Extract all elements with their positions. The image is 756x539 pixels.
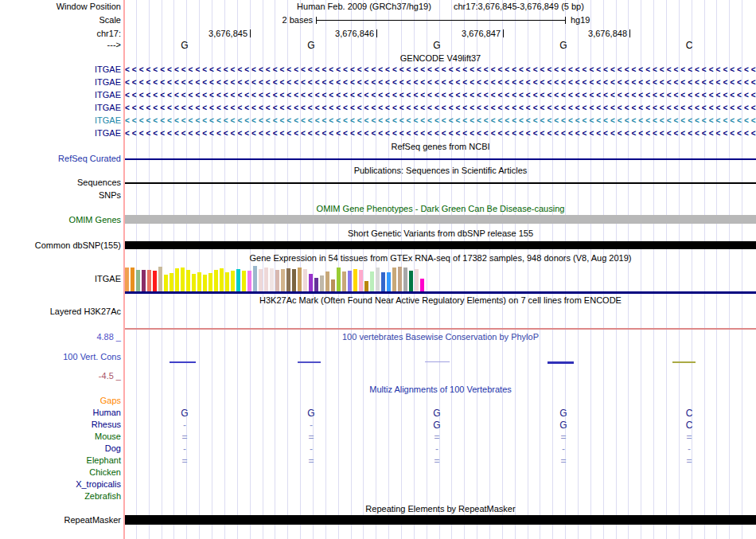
- multiz-species-chicken[interactable]: Chicken: [89, 467, 121, 478]
- gtex-tissue-bar[interactable]: [387, 272, 391, 291]
- gtex-tissue-bar[interactable]: [292, 269, 296, 291]
- cons-score-mark[interactable]: [170, 361, 196, 363]
- gtex-tissue-bar[interactable]: [325, 271, 329, 291]
- gtex-tissue-bar[interactable]: [281, 269, 285, 291]
- gtex-tissue-bar[interactable]: [208, 273, 212, 291]
- gtex-tissue-bar[interactable]: [320, 275, 324, 291]
- gtex-baseline[interactable]: [125, 291, 756, 294]
- gtex-tissue-bar[interactable]: [381, 272, 385, 291]
- multiz-gap-symbol[interactable]: =: [683, 432, 696, 443]
- gtex-tissue-bar[interactable]: [392, 268, 396, 291]
- gtex-tissue-bar[interactable]: [236, 269, 240, 291]
- multiz-gap-symbol[interactable]: =: [305, 432, 318, 443]
- multiz-species-dog[interactable]: Dog: [105, 443, 121, 454]
- multiz-gap-symbol[interactable]: =: [178, 455, 191, 467]
- gtex-tissue-bar[interactable]: [370, 271, 374, 291]
- gtex-tissue-bar[interactable]: [420, 279, 424, 291]
- cons-score-mark[interactable]: [425, 361, 450, 362]
- gtex-gene-label[interactable]: ITGAE: [95, 274, 121, 284]
- multiz-gap-symbol[interactable]: =: [683, 455, 696, 467]
- gene-label-itgae[interactable]: ITGAE: [95, 103, 121, 113]
- gtex-tissue-bar[interactable]: [181, 268, 185, 291]
- omim-genes-label[interactable]: OMIM Genes: [69, 215, 121, 225]
- multiz-gap-symbol[interactable]: -: [557, 443, 570, 455]
- multiz-gap-symbol[interactable]: =: [557, 432, 570, 443]
- gtex-tissue-bar[interactable]: [270, 268, 274, 291]
- gtex-tissue-bar[interactable]: [331, 279, 335, 291]
- multiz-species-zebrafish[interactable]: Zebrafish: [84, 491, 121, 502]
- gtex-tissue-bar[interactable]: [303, 269, 307, 291]
- cons-track-label[interactable]: 100 Vert. Cons: [63, 352, 121, 362]
- gtex-tissue-bar[interactable]: [298, 268, 302, 291]
- refseq-curated-label[interactable]: RefSeq Curated: [58, 154, 121, 164]
- gtex-tissue-bar[interactable]: [348, 271, 352, 291]
- gtex-tissue-bar[interactable]: [153, 271, 157, 291]
- cons-score-mark[interactable]: [298, 361, 321, 363]
- gtex-tissue-bar[interactable]: [192, 274, 196, 291]
- gtex-tissue-bar[interactable]: [286, 268, 290, 291]
- gtex-tissue-bar[interactable]: [259, 269, 263, 291]
- refseq-gene-bar[interactable]: [125, 158, 756, 160]
- gtex-tissue-bar[interactable]: [364, 281, 368, 291]
- gene-transcript-arrows[interactable]: <<<<<<<<<<<<<<<<<<<<<<<<<<<<<<<<<<<<<<<<…: [125, 77, 756, 88]
- multiz-gap-symbol[interactable]: =: [431, 432, 443, 443]
- gtex-tissue-bar[interactable]: [403, 268, 407, 291]
- gtex-tissue-bar[interactable]: [309, 274, 313, 291]
- gene-transcript-arrows[interactable]: <<<<<<<<<<<<<<<<<<<<<<<<<<<<<<<<<<<<<<<<…: [125, 103, 756, 113]
- multiz-aligned-base[interactable]: G: [557, 420, 570, 431]
- omim-gene-bar[interactable]: [125, 215, 756, 224]
- gene-transcript-arrows[interactable]: <<<<<<<<<<<<<<<<<<<<<<<<<<<<<<<<<<<<<<<<…: [125, 115, 756, 126]
- gtex-tissue-bar[interactable]: [264, 268, 268, 291]
- multiz-gap-symbol[interactable]: =: [557, 455, 570, 467]
- cons-score-mark[interactable]: [672, 361, 696, 363]
- repeatmasker-bar[interactable]: [125, 515, 756, 525]
- multiz-species-human[interactable]: Human: [93, 408, 121, 418]
- gtex-tissue-bar[interactable]: [247, 271, 251, 291]
- gtex-tissue-bar[interactable]: [147, 270, 151, 291]
- h3k27ac-label[interactable]: Layered H3K27Ac: [50, 307, 121, 317]
- multiz-aligned-base[interactable]: C: [683, 420, 696, 431]
- gtex-tissue-bar[interactable]: [359, 270, 363, 291]
- gtex-tissue-bar[interactable]: [415, 269, 419, 291]
- gtex-tissue-bar[interactable]: [220, 268, 224, 291]
- multiz-aligned-base[interactable]: G: [305, 408, 318, 419]
- gtex-tissue-bar[interactable]: [398, 267, 402, 291]
- gtex-tissue-bar[interactable]: [131, 268, 134, 291]
- multiz-gap-symbol[interactable]: =: [178, 432, 191, 443]
- cons-score-mark[interactable]: [548, 361, 574, 364]
- gtex-tissue-bar[interactable]: [158, 267, 162, 291]
- gtex-tissue-bar[interactable]: [409, 271, 413, 291]
- multiz-gap-symbol[interactable]: -: [431, 443, 443, 455]
- gene-label-itgae[interactable]: ITGAE: [95, 64, 121, 75]
- gtex-tissue-bar[interactable]: [253, 266, 257, 291]
- gtex-tissue-bar[interactable]: [214, 270, 218, 291]
- multiz-gap-symbol[interactable]: =: [305, 455, 318, 467]
- gtex-tissue-bar[interactable]: [337, 268, 341, 291]
- gtex-tissue-bar[interactable]: [376, 268, 380, 291]
- dbsnp-label[interactable]: Common dbSNP(155): [35, 240, 121, 251]
- multiz-gap-symbol[interactable]: -: [178, 420, 191, 431]
- snps-label[interactable]: SNPs: [99, 190, 121, 201]
- repeatmasker-label[interactable]: RepeatMasker: [64, 515, 121, 525]
- gtex-tissue-bar[interactable]: [342, 271, 346, 291]
- dbsnp-variant-bar[interactable]: [125, 241, 756, 249]
- gene-transcript-arrows[interactable]: <<<<<<<<<<<<<<<<<<<<<<<<<<<<<<<<<<<<<<<<…: [125, 90, 756, 100]
- gene-label-itgae[interactable]: ITGAE: [95, 115, 121, 126]
- gtex-tissue-bar[interactable]: [142, 270, 146, 291]
- multiz-gap-symbol[interactable]: -: [305, 420, 318, 431]
- gtex-tissue-bar[interactable]: [314, 278, 318, 291]
- sequences-label[interactable]: Sequences: [77, 178, 121, 188]
- gtex-tissue-bar[interactable]: [242, 271, 246, 291]
- gene-transcript-arrows[interactable]: <<<<<<<<<<<<<<<<<<<<<<<<<<<<<<<<<<<<<<<<…: [125, 64, 756, 75]
- gtex-tissue-bar[interactable]: [353, 269, 357, 291]
- multiz-aligned-base[interactable]: G: [431, 420, 443, 431]
- gtex-tissue-bar[interactable]: [203, 275, 207, 291]
- multiz-aligned-base[interactable]: G: [431, 408, 443, 419]
- gtex-tissue-bar[interactable]: [186, 270, 190, 291]
- multiz-gap-symbol[interactable]: -: [305, 443, 318, 455]
- gtex-tissue-bar[interactable]: [164, 275, 168, 291]
- gtex-tissue-bar[interactable]: [275, 270, 279, 291]
- gtex-tissue-bar[interactable]: [170, 273, 173, 291]
- gtex-tissue-bar[interactable]: [197, 272, 201, 291]
- multiz-aligned-base[interactable]: G: [557, 408, 570, 419]
